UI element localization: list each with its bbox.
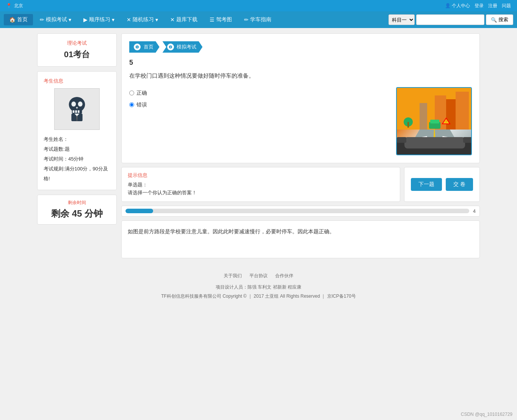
footer-links: 关于我们 平台协议 合作伙伴: [0, 271, 517, 280]
svg-point-2: [78, 101, 83, 106]
skull-icon: [62, 94, 92, 124]
student-questions: 考试题数:题: [44, 144, 110, 154]
svg-rect-15: [420, 103, 427, 130]
breadcrumb-num-1: ❶: [134, 44, 141, 50]
explanation-box: 如图是前方路段是学校要注意儿童。因此此时要减速慢行，必要时停车。因此本题正确。: [121, 220, 480, 258]
option-correct[interactable]: 正确: [129, 87, 390, 99]
explanation-text: 如图是前方路段是学校要注意儿童。因此此时要减速慢行，必要时停车。因此本题正确。: [128, 228, 335, 234]
exam-desk-label: 理论考试: [44, 40, 110, 47]
submit-button[interactable]: 交 卷: [446, 178, 473, 191]
map-icon: ☰: [210, 17, 215, 23]
user-icon: 👤: [445, 3, 451, 8]
svg-rect-29: [407, 122, 409, 128]
top-bar: 📍 北京 👤 个人中心 登录 注册 问题: [0, 0, 517, 11]
footer-copyright: TF科创信息科技服务有限公司 Copyright © ｜ 2017 土亚组 Al…: [0, 292, 517, 301]
dropdown-icon3: ▾: [155, 17, 158, 23]
nav-item-random[interactable]: ✕ 随机练习 ▾: [121, 14, 163, 25]
download-icon: ✕: [170, 17, 175, 23]
dropdown-icon2: ▾: [112, 17, 114, 23]
user-center-link[interactable]: 👤 个人中心: [445, 3, 470, 9]
hint-card: 提示信息 单选题： 请选择一个你认为正确的答案！: [121, 167, 400, 202]
footer: 关于我们 平台协议 合作伙伴 项目设计人员：陈强 车利文 祁新新 程应康 TF科…: [0, 264, 517, 307]
right-panel: ❶ 首页 ❷ 模拟考试 5 在学校门口遇到这种情况要做好随时停车的准备。 正确: [121, 33, 480, 258]
svg-rect-14: [456, 92, 469, 130]
nav-bar: 🏠 首页 ✏ 模拟考试 ▾ ▶ 顺序练习 ▾ ✕ 随机练习 ▾ ✕ 题库下载 ☰…: [0, 11, 517, 28]
footer-about[interactable]: 关于我们: [224, 271, 242, 280]
radio-wrong[interactable]: [129, 102, 134, 107]
student-name: 考生姓名：: [44, 134, 110, 144]
exam-desk-title: 01考台: [44, 49, 110, 60]
nav-item-download[interactable]: ✕ 题库下载: [165, 14, 203, 25]
student-info-label: 考生信息: [44, 78, 110, 84]
question-body: 正确 错误: [129, 87, 472, 155]
svg-rect-21: [404, 137, 465, 148]
seq-icon: ▶: [83, 17, 88, 23]
svg-text:!: !: [446, 120, 446, 123]
subject-select[interactable]: 科目一: [389, 14, 415, 25]
help-link[interactable]: 问题: [502, 3, 511, 9]
student-detail: 考生姓名： 考试题数:题 考试时间：45分钟 考试规则:满分100分，90分及格…: [44, 134, 110, 184]
nav-search: 科目一 🔍 搜索: [389, 14, 513, 25]
question-number: 5: [129, 59, 472, 67]
bottom-bar: 提示信息 单选题： 请选择一个你认为正确的答案！ 下一题 交 卷: [121, 167, 480, 202]
search-input[interactable]: [416, 14, 484, 25]
nav-item-mock-exam[interactable]: ✏ 模拟考试 ▾: [34, 14, 77, 25]
breadcrumb-mock[interactable]: ❷ 模拟考试: [163, 41, 203, 53]
svg-rect-4: [73, 110, 75, 113]
option-wrong-label: 错误: [136, 99, 147, 111]
home-icon: 🏠: [9, 17, 16, 23]
svg-rect-27: [430, 120, 439, 123]
footer-partner[interactable]: 合作伙伴: [275, 271, 293, 280]
option-wrong[interactable]: 错误: [129, 99, 390, 111]
student-info-card: 考生信息: [37, 71, 117, 190]
svg-rect-13: [446, 99, 456, 130]
breadcrumb-home[interactable]: ❶ 首页: [129, 41, 160, 53]
radio-correct[interactable]: [129, 91, 134, 95]
exam-desk-card: 理论考试 01考台: [37, 33, 117, 67]
progress-number: 4: [473, 208, 476, 214]
login-link[interactable]: 登录: [475, 3, 484, 9]
option-correct-label: 正确: [136, 87, 147, 99]
progress-bar-container: [125, 209, 469, 213]
svg-rect-6: [78, 110, 80, 113]
nav-item-exam-map[interactable]: ☰ 驾考图: [204, 14, 237, 25]
location-icon: 📍: [6, 3, 12, 8]
nav-item-guide[interactable]: ✏ 学车指南: [239, 14, 277, 25]
footer-protocol[interactable]: 平台协议: [249, 271, 268, 280]
random-icon: ✕: [127, 17, 131, 23]
progress-bar-fill: [125, 209, 153, 213]
svg-rect-5: [75, 110, 77, 113]
nav-item-home[interactable]: 🏠 首页: [4, 14, 33, 25]
action-card: 下一题 交 卷: [404, 167, 480, 202]
student-rules: 考试规则:满分100分，90分及格!: [44, 164, 110, 184]
avatar: [54, 88, 100, 130]
progress-area: 4: [121, 206, 480, 217]
location-text: 北京: [14, 3, 23, 9]
hint-label: 提示信息: [128, 172, 394, 179]
svg-rect-23: [463, 137, 472, 143]
top-bar-right: 👤 个人中心 登录 注册 问题: [445, 3, 511, 9]
question-card: ❶ 首页 ❷ 模拟考试 5 在学校门口遇到这种情况要做好随时停车的准备。 正确: [121, 33, 480, 163]
question-text: 在学校门口遇到这种情况要做好随时停车的准备。: [129, 71, 472, 80]
guide-icon: ✏: [244, 17, 249, 23]
left-panel: 理论考试 01考台 考生信息: [37, 33, 117, 258]
footer-team: 项目设计人员：陈强 车利文 祁新新 程应康: [0, 283, 517, 292]
nav-item-sequential[interactable]: ▶ 顺序练习 ▾: [78, 14, 120, 25]
main-content: 理论考试 01考台 考生信息: [31, 28, 486, 264]
hint-type: 单选题：: [128, 181, 394, 189]
road-scene-svg: !: [397, 88, 472, 155]
timer-value: 剩余 45 分钟: [44, 208, 110, 220]
breadcrumb: ❶ 首页 ❷ 模拟考试: [129, 41, 472, 53]
next-button[interactable]: 下一题: [411, 178, 442, 191]
breadcrumb-num-2: ❷: [167, 44, 174, 50]
action-buttons: 下一题 交 卷: [411, 178, 473, 191]
question-image: !: [396, 87, 472, 155]
dropdown-icon: ▾: [69, 17, 71, 23]
timer-card: 剩余时间 剩余 45 分钟: [37, 195, 117, 225]
timer-label: 剩余时间: [44, 200, 110, 206]
search-button[interactable]: 🔍 搜索: [486, 14, 513, 25]
svg-point-1: [71, 101, 76, 106]
register-link[interactable]: 注册: [488, 3, 497, 9]
edit-icon: ✏: [40, 17, 44, 23]
student-time: 考试时间：45分钟: [44, 154, 110, 164]
